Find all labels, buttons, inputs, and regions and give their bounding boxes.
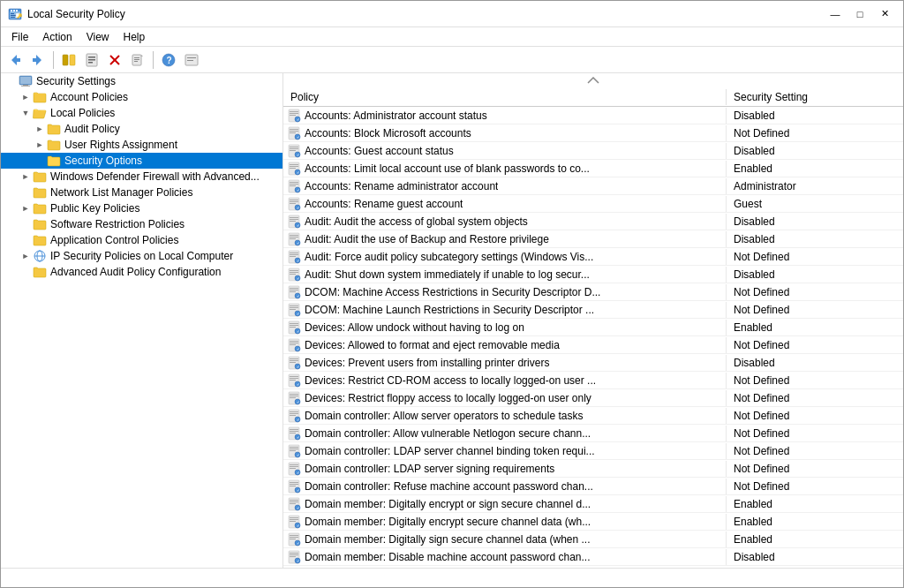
svg-rect-140 [290,415,296,416]
table-row[interactable]: ✓ Accounts: Limit local account use of b… [283,160,903,177]
tree-item-local-policies[interactable]: ▼ Local Policies [1,105,282,121]
table-row[interactable]: ✓ Domain controller: Allow vulnerable Ne… [283,425,903,442]
properties-button[interactable] [81,49,102,71]
svg-rect-5 [11,13,14,14]
table-row[interactable]: ✓ DCOM: Machine Launch Restrictions in S… [283,301,903,319]
menu-help[interactable]: Help [117,29,153,45]
row-setting-cell: Not Defined [727,391,903,405]
svg-rect-102 [290,305,298,306]
table-row[interactable]: ✓ Accounts: Block Microsoft accountsNot … [283,124,903,142]
svg-rect-55 [290,166,298,167]
row-policy-cell: ✓ Devices: Allow undock without having t… [283,320,727,335]
svg-rect-188 [290,556,296,557]
tree-item-public-key[interactable]: ► Public Key Policies [1,200,282,216]
row-setting-cell: Not Defined [727,303,903,317]
row-policy-text: Accounts: Limit local account use of bla… [305,162,590,175]
table-row[interactable]: ✓ Devices: Restrict floppy access to loc… [283,389,903,407]
table-row[interactable]: ✓ Domain member: Disable machine account… [283,548,903,566]
tree-item-advanced-audit[interactable]: Advanced Audit Policy Configuration [1,264,282,280]
tree-item-security-settings[interactable]: Security Settings [1,73,282,89]
extra-button[interactable] [181,49,202,71]
table-row[interactable]: ✓ Devices: Restrict CD-ROM access to loc… [283,372,903,389]
svg-rect-48 [290,147,298,147]
row-policy-cell: ✓ Domain controller: Allow server operat… [283,408,727,424]
tree-item-network-list[interactable]: Network List Manager Policies [1,185,282,200]
table-row[interactable]: ✓ Accounts: Rename administrator account… [283,177,903,195]
minimize-button[interactable]: — [824,5,847,23]
svg-text:✓: ✓ [297,347,299,351]
svg-rect-162 [290,482,298,483]
tree-item-user-rights[interactable]: ► User Rights Assignment [1,137,282,153]
policy-icon: ✓ [287,179,301,193]
table-row[interactable]: ✓ Devices: Allow undock without having t… [283,319,903,336]
delete-button[interactable] [104,49,125,71]
tree-item-software-restriction[interactable]: Software Restriction Policies [1,216,282,232]
tree-item-app-control[interactable]: Application Control Policies [1,232,282,248]
arrow-icon: ► [19,90,33,104]
header-policy[interactable]: Policy [283,89,727,105]
tree-item-security-options[interactable]: Security Options [1,153,282,169]
row-policy-text: Devices: Allow undock without having to … [305,321,524,334]
menu-view[interactable]: View [79,29,117,45]
table-row[interactable]: ✓ DCOM: Machine Access Restrictions in S… [283,283,903,301]
header-setting[interactable]: Security Setting [727,89,903,105]
table-row[interactable]: ✓ Audit: Audit the access of global syst… [283,213,903,230]
table-row[interactable]: ✓ Domain controller: Refuse machine acco… [283,478,903,495]
show-tree-button[interactable] [58,49,79,71]
svg-rect-116 [290,344,296,345]
row-policy-text: Domain controller: Allow server operator… [305,410,583,422]
svg-rect-128 [290,380,296,381]
svg-rect-152 [290,450,296,451]
svg-text:✓: ✓ [297,170,299,175]
policy-icon: ✓ [287,532,301,547]
row-setting-cell: Disabled [727,232,903,246]
table-row[interactable]: ✓ Domain controller: LDAP server channel… [283,442,903,460]
forward-button[interactable] [27,49,49,71]
table-row[interactable]: ✓ Accounts: Rename guest accountGuest [283,195,903,213]
svg-text:✓: ✓ [297,382,299,387]
table-row[interactable]: ✓ Audit: Audit the use of Backup and Res… [283,230,903,248]
menu-action[interactable]: Action [35,29,79,45]
menu-file[interactable]: File [4,29,35,45]
table-row[interactable]: ✓ Audit: Shut down system immediately if… [283,266,903,283]
svg-rect-181 [290,537,298,538]
export-button[interactable] [127,49,148,71]
arrow-icon [33,154,47,168]
table-row[interactable]: ✓ Devices: Allowed to format and eject r… [283,336,903,354]
tree-item-firewall[interactable]: ► Windows Defender Firewall with Advance… [1,169,282,185]
row-policy-cell: ✓ Devices: Restrict floppy access to loc… [283,390,727,406]
svg-text:✓: ✓ [297,365,299,369]
svg-text:✓: ✓ [297,435,299,440]
table-row[interactable]: ✓ Accounts: Administrator account status… [283,107,903,124]
right-panel: Policy Security Setting ✓ Accounts: Admi… [283,73,903,568]
table-body: ✓ Accounts: Administrator account status… [283,107,903,568]
table-row[interactable]: ✓ Domain controller: LDAP server signing… [283,460,903,478]
maximize-button[interactable]: □ [848,5,871,23]
table-row[interactable]: ✓ Devices: Prevent users from installing… [283,354,903,372]
row-policy-text: Devices: Restrict floppy access to local… [305,392,591,404]
table-row[interactable]: ✓ Domain member: Digitally encrypt secur… [283,513,903,531]
table-row[interactable]: ✓ Accounts: Guest account statusDisabled [283,142,903,160]
row-policy-text: Audit: Force audit policy subcategory se… [305,251,593,263]
help-button[interactable]: ? [158,49,179,71]
tree-label-firewall: Windows Defender Firewall with Advanced.… [50,170,260,183]
table-row[interactable]: ✓ Audit: Force audit policy subcategory … [283,248,903,266]
table-row[interactable]: ✓ Domain member: Digitally encrypt or si… [283,495,903,513]
svg-rect-42 [290,129,298,130]
svg-rect-6 [11,15,16,16]
row-setting-cell: Not Defined [727,338,903,352]
svg-text:✓: ✓ [297,453,299,457]
table-row[interactable]: ✓ Domain member: Digitally sign secure c… [283,531,903,548]
row-policy-cell: ✓ Domain member: Digitally encrypt or si… [283,496,727,512]
svg-rect-30 [23,85,28,86]
tree-item-audit-policy[interactable]: ► Audit Policy [1,121,282,137]
svg-rect-145 [290,431,298,432]
content-area: Security Settings ► Account Policies ▼ [1,73,903,568]
svg-text:✓: ✓ [297,223,299,228]
table-row[interactable]: ✓ Domain controller: Allow server operat… [283,407,903,425]
svg-rect-38 [290,115,296,116]
tree-item-ip-security[interactable]: ► IP Security Policies on Local Computer [1,248,282,264]
back-button[interactable] [4,49,26,71]
close-button[interactable]: ✕ [873,5,896,23]
tree-item-account-policies[interactable]: ► Account Policies [1,89,282,105]
